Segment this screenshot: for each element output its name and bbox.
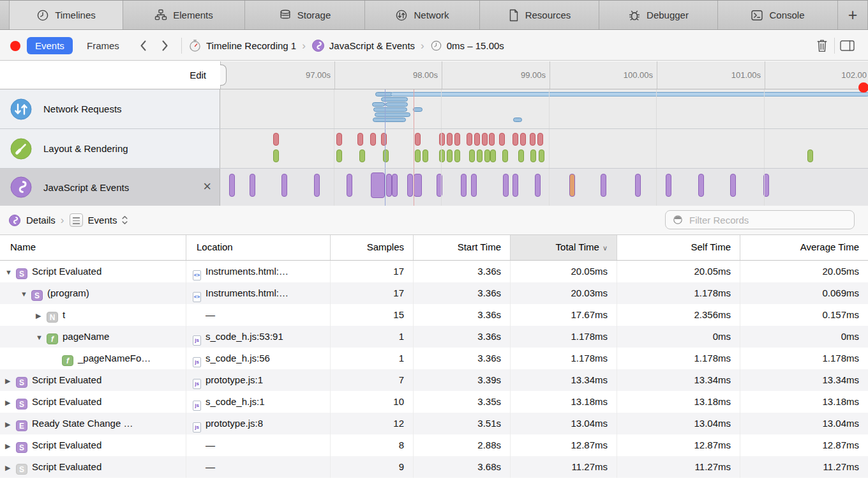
edit-button[interactable]: Edit [0, 61, 206, 89]
layout-red-bar[interactable] [489, 133, 495, 146]
layout-green-bar[interactable] [477, 149, 483, 162]
js-event-bar[interactable] [414, 174, 422, 197]
timeline-graph[interactable] [220, 89, 868, 206]
breadcrumb-time-range[interactable]: 0ms – 15.00s [447, 40, 504, 51]
layout-red-bar[interactable] [447, 133, 453, 146]
js-event-bar[interactable] [386, 174, 392, 197]
back-button[interactable] [139, 39, 147, 52]
js-event-bar[interactable] [392, 174, 398, 197]
js-event-bar[interactable] [281, 174, 287, 197]
table-row[interactable]: ▼fpageNamejss_code_h.js:53:9113.36s1.178… [0, 326, 868, 348]
column-header-total-time[interactable]: Total Time∨ [511, 235, 617, 260]
table-row[interactable]: ▶EReady State Change …jsprototype.js:812… [0, 413, 868, 434]
js-event-bar[interactable] [601, 174, 606, 197]
sidebar-row-javascript[interactable]: JavaScript & Events × [0, 169, 220, 206]
record-location[interactable]: prototype.js:1 [206, 374, 263, 385]
network-bar[interactable] [372, 102, 385, 107]
layout-green-bar[interactable] [454, 149, 460, 162]
js-event-bar[interactable] [666, 174, 671, 197]
layout-green-bar[interactable] [807, 149, 813, 162]
network-bar[interactable] [413, 107, 423, 112]
network-bar[interactable] [391, 92, 868, 96]
table-row[interactable]: ▶SScript Evaluated—93.68s11.27ms11.27ms1… [0, 456, 868, 478]
layout-red-bar[interactable] [273, 133, 279, 146]
selection-handle[interactable] [220, 65, 227, 86]
disclosure-triangle[interactable]: ▶ [5, 414, 16, 434]
view-selector[interactable]: Events [88, 215, 117, 226]
layout-red-bar[interactable] [439, 133, 445, 146]
table-row[interactable]: ▼SScript Evaluated<>Instruments.html:…17… [0, 261, 868, 282]
sidebar-row-network[interactable]: Network Requests [0, 89, 220, 128]
disclosure-triangle[interactable]: ▶ [5, 457, 16, 478]
record-location[interactable]: Instruments.html:… [206, 287, 288, 298]
layout-green-bar[interactable] [484, 149, 490, 162]
layout-red-bar[interactable] [381, 133, 387, 146]
js-event-bar[interactable] [503, 174, 509, 197]
table-row[interactable]: ▶SScript Evaluatedjss_code_h.js:1103.35s… [0, 391, 868, 413]
sidebar-row-layout[interactable]: Layout & Rendering [0, 129, 220, 168]
tab-debugger[interactable]: Debugger [599, 1, 718, 29]
js-event-bar[interactable] [569, 174, 575, 197]
close-icon[interactable]: × [203, 178, 211, 195]
js-event-bar[interactable] [347, 174, 352, 197]
layout-red-bar[interactable] [357, 133, 363, 146]
tab-elements[interactable]: Elements [123, 1, 245, 29]
network-bar[interactable] [375, 112, 410, 117]
layout-green-bar[interactable] [530, 149, 536, 162]
record-location[interactable]: s_code_h.js:56 [206, 353, 270, 364]
record-button[interactable] [10, 41, 20, 51]
view-selector-chevrons-icon[interactable] [122, 215, 128, 225]
breadcrumb-timeline[interactable]: JavaScript & Events [329, 40, 415, 51]
column-header-average-time[interactable]: Average Time [740, 235, 868, 260]
disclosure-triangle[interactable]: ▶ [5, 436, 16, 456]
layout-red-bar[interactable] [482, 133, 488, 146]
layout-red-bar[interactable] [336, 133, 342, 146]
disclosure-triangle[interactable]: ▼ [5, 262, 16, 282]
js-event-bar[interactable] [698, 174, 704, 197]
tab-storage[interactable]: Storage [245, 1, 365, 29]
network-bar[interactable] [373, 118, 406, 122]
filter-records-input[interactable] [688, 214, 837, 226]
tab-console[interactable]: Console [718, 1, 838, 29]
js-event-bar[interactable] [535, 174, 541, 197]
network-bar[interactable] [385, 102, 408, 107]
js-event-bar[interactable] [513, 174, 518, 197]
record-location[interactable]: s_code_h.js:53:91 [206, 331, 283, 342]
events-mode-button[interactable]: Events [27, 37, 73, 54]
record-location[interactable]: prototype.js:8 [206, 418, 263, 429]
layout-green-bar[interactable] [447, 149, 453, 162]
details-label[interactable]: Details [26, 215, 56, 226]
column-header-self-time[interactable]: Self Time [617, 235, 740, 260]
js-event-bar[interactable] [250, 174, 255, 197]
column-header-name[interactable]: Name [0, 235, 186, 260]
layout-red-bar[interactable] [467, 133, 472, 146]
layout-red-bar[interactable] [415, 133, 421, 146]
layout-red-bar[interactable] [513, 133, 518, 146]
breadcrumb-recording[interactable]: Timeline Recording 1 [206, 40, 296, 51]
js-event-bar[interactable] [461, 174, 467, 197]
disclosure-triangle[interactable]: ▶ [5, 371, 16, 391]
column-header-location[interactable]: Location [186, 235, 331, 260]
layout-green-bar[interactable] [383, 149, 389, 162]
table-row[interactable]: ▶SScript Evaluatedjsprototype.js:173.39s… [0, 369, 868, 391]
layout-green-bar[interactable] [490, 149, 496, 162]
frames-mode-button[interactable]: Frames [87, 38, 119, 54]
layout-green-bar[interactable] [502, 149, 508, 162]
layout-red-bar[interactable] [454, 133, 460, 146]
tab-timelines[interactable]: Timelines [10, 1, 123, 29]
layout-red-bar[interactable] [370, 133, 376, 146]
trash-icon[interactable] [815, 38, 829, 53]
js-event-bar[interactable] [730, 174, 736, 197]
layout-red-bar[interactable] [537, 133, 543, 146]
js-event-bar[interactable] [407, 174, 413, 197]
add-tab-button[interactable]: + [838, 1, 868, 29]
sidebar-toggle-icon[interactable] [840, 40, 855, 51]
disclosure-triangle[interactable]: ▶ [5, 392, 16, 413]
table-row[interactable]: ▶Nt—153.36s17.67ms2.356ms0.157ms [0, 304, 868, 326]
layout-green-bar[interactable] [423, 149, 428, 162]
layout-red-bar[interactable] [474, 133, 480, 146]
js-event-bar[interactable] [229, 174, 235, 197]
filter-records-field[interactable] [665, 210, 855, 229]
record-location[interactable]: s_code_h.js:1 [206, 396, 265, 407]
layout-red-bar[interactable] [499, 133, 505, 146]
